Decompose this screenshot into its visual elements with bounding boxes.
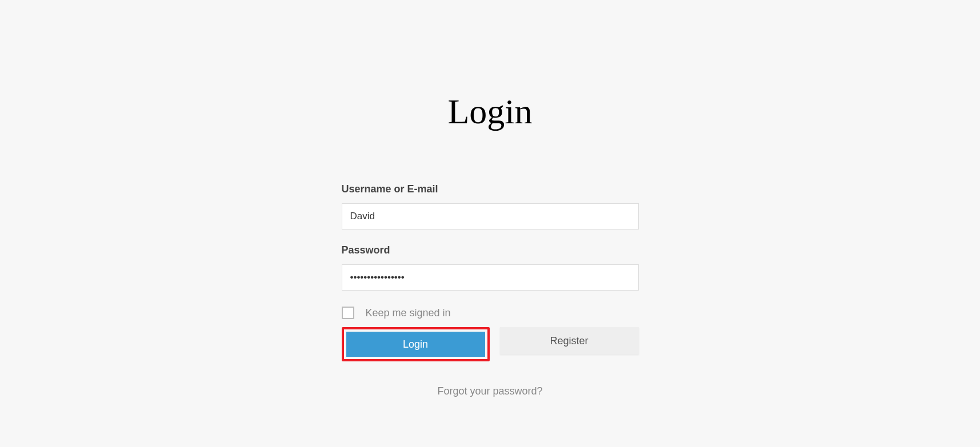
keep-signed-in-label[interactable]: Keep me signed in <box>366 307 451 319</box>
keep-signed-in-checkbox[interactable] <box>342 307 354 319</box>
login-button-highlight: Login <box>342 327 490 361</box>
password-label: Password <box>342 244 639 256</box>
button-row: Login Register <box>342 327 639 361</box>
password-field-group: Password <box>342 244 639 291</box>
login-form: Username or E-mail Password Keep me sign… <box>342 183 639 397</box>
forgot-password-link[interactable]: Forgot your password? <box>342 385 639 397</box>
username-input[interactable] <box>342 203 639 229</box>
password-input[interactable] <box>342 264 639 291</box>
page-title: Login <box>447 91 532 132</box>
username-label: Username or E-mail <box>342 183 639 195</box>
username-field-group: Username or E-mail <box>342 183 639 229</box>
login-button[interactable]: Login <box>346 332 485 357</box>
register-button[interactable]: Register <box>500 327 639 355</box>
keep-signed-in-row: Keep me signed in <box>342 307 639 319</box>
